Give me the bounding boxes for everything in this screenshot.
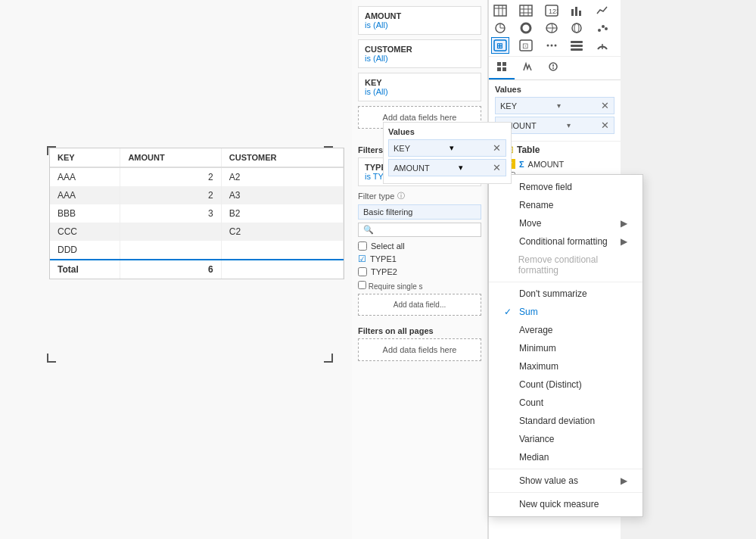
amount-field-label: AMOUNT [528,160,565,169]
table-row: AAA 2 A2 [50,167,344,186]
key-chip-dropdown[interactable]: ▾ [557,101,561,110]
cell-customer: C2 [221,223,343,241]
data-table: KEY AMOUNT CUSTOMER AAA 2 A2 AAA 2 A3 BB… [50,148,344,279]
key-value-field[interactable]: KEY ▾ ✕ [388,139,506,157]
cell-key: BBB [50,204,120,223]
cell-key: DDD [50,241,120,260]
menu-count[interactable]: Count [489,394,642,412]
key-field-chip[interactable]: KEY ▾ ✕ [495,97,614,114]
svg-rect-0 [494,5,506,16]
key-filter-value: is (All) [365,87,474,96]
table-row: BBB 3 B2 [50,204,344,223]
select-all-checkbox[interactable] [358,241,367,251]
tab-fields[interactable] [489,57,515,79]
vis-icon-python[interactable]: ⊡ [517,37,535,54]
vis-icon-scatter[interactable] [593,20,611,36]
total-amount: 6 [120,260,221,279]
svg-text:123: 123 [549,8,558,15]
key-value-close[interactable]: ✕ [493,142,501,154]
vis-icon-slicer[interactable] [568,37,586,54]
tab-analytics[interactable] [540,57,566,79]
svg-point-24 [605,27,608,30]
svg-point-42 [552,67,554,69]
vis-icon-card[interactable]: 123 [543,2,561,19]
vis-icon-bar-chart[interactable] [568,2,586,19]
menu-count-distinct[interactable]: Count (Distinct) [489,375,642,394]
cell-customer: A3 [221,186,343,204]
amount-chip-dropdown[interactable]: ▾ [567,121,571,129]
add-data-fields-all-pages[interactable]: Add data fields here [358,338,481,361]
total-customer [221,260,343,279]
type1-label: TYPE1 [370,254,397,263]
type2-checkbox[interactable] [358,267,367,276]
menu-dont-summarize[interactable]: Don't summarize [489,285,642,303]
data-table-container: KEY AMOUNT CUSTOMER AAA 2 A2 AAA 2 A3 BB… [49,148,344,279]
vis-icon-map[interactable] [543,20,561,36]
svg-rect-33 [571,45,583,47]
vis-icon-matrix[interactable] [517,2,535,19]
vis-icon-more[interactable] [543,37,561,54]
amount-filter-value: is (All) [365,20,474,30]
require-single-label: Require single s [369,282,423,291]
key-value-dropdown[interactable]: ▾ [450,143,454,153]
amount-value-field[interactable]: AMOUNT ▾ ✕ [388,159,506,176]
basic-filtering-badge[interactable]: Basic filtering [358,204,481,220]
key-chip-close[interactable]: ✕ [601,100,609,111]
menu-average[interactable]: Average [489,321,642,339]
table-row: DDD [50,241,344,260]
vis-icon-line-chart[interactable] [593,2,611,19]
menu-median[interactable]: Median [489,448,642,466]
require-single-checkbox[interactable] [358,281,366,289]
amount-value-close[interactable]: ✕ [493,162,501,173]
menu-variance[interactable]: Variance [489,430,642,448]
cell-key: CCC [50,223,120,241]
amount-chip-close[interactable]: ✕ [601,120,609,131]
vis-icon-pie[interactable] [491,20,509,36]
tab-format[interactable] [515,57,540,79]
values-section-label: Values [388,127,506,136]
require-single-row: Require single s [358,278,481,294]
menu-minimum[interactable]: Minimum [489,339,642,357]
add-data-fields-button-page[interactable]: Add data field... [358,294,481,316]
menu-rename[interactable]: Rename [489,196,642,214]
context-menu: Values KEY ▾ ✕ AMOUNT ▾ ✕ Remove field R… [488,174,643,517]
svg-rect-4 [520,5,532,16]
vis-icon-gauge[interactable] [593,37,611,54]
select-all-row[interactable]: Select all [358,240,481,252]
col-header-amount: AMOUNT [120,148,221,167]
key-filter-card[interactable]: KEY is (All) [358,73,481,101]
menu-standard-deviation[interactable]: Standard deviation [489,412,642,430]
svg-rect-13 [579,11,581,16]
svg-rect-39 [502,67,506,71]
amount-filter-card[interactable]: AMOUNT is (All) [358,6,481,35]
customer-filter-name: CUSTOMER [365,45,474,54]
filter-search-box[interactable]: 🔍 [358,223,481,237]
filter-search-input[interactable] [374,226,476,235]
menu-remove-field[interactable]: Remove field [489,178,642,196]
svg-rect-32 [571,41,583,43]
filter-type-info-icon: ⓘ [397,191,405,201]
menu-conditional-formatting[interactable]: Conditional formatting ▶ [489,232,642,251]
vis-icon-table[interactable] [491,2,509,19]
type1-checkbox-row[interactable]: ☑ TYPE1 [358,252,481,266]
vis-icon-r-script[interactable]: ⊞ [491,37,509,54]
vis-icon-globe[interactable] [568,20,586,36]
panel-tabs [489,57,621,80]
cell-amount: 3 [120,204,221,223]
amount-field-chip[interactable]: AMOUNT ▾ ✕ [495,117,614,134]
menu-move[interactable]: Move ▶ [489,214,642,232]
type2-checkbox-row[interactable]: TYPE2 [358,266,481,278]
cell-amount [120,223,221,241]
menu-new-quick-measure[interactable]: New quick measure [489,495,642,513]
table-row: CCC C2 [50,223,344,241]
svg-point-31 [554,45,556,47]
vis-icon-donut[interactable] [517,20,535,36]
customer-filter-card[interactable]: CUSTOMER is (All) [358,39,481,68]
svg-point-22 [598,29,601,32]
svg-point-29 [546,45,549,47]
menu-maximum[interactable]: Maximum [489,357,642,375]
menu-show-value-as[interactable]: Show value as ▶ [489,472,642,490]
amount-value-dropdown[interactable]: ▾ [459,163,463,173]
svg-point-23 [602,25,605,28]
menu-sum[interactable]: ✓ Sum [489,303,642,321]
